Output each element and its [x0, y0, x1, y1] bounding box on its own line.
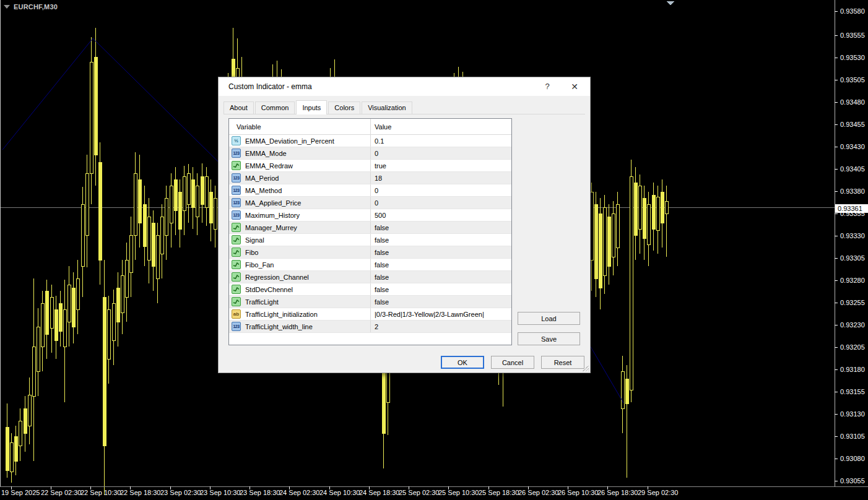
time-axis-label: 24 Sep 18:30 [359, 489, 399, 496]
price-axis-label: 0.93205 [840, 343, 865, 351]
param-row[interactable]: 123MA_Applied_Price0 [229, 197, 511, 209]
param-value[interactable]: false [370, 271, 511, 283]
param-name: Fibo_Fan [245, 261, 274, 269]
param-type-num-icon: 123 [232, 173, 241, 183]
param-value[interactable]: false [370, 222, 511, 233]
price-axis-label: 0.93180 [840, 366, 865, 373]
param-value[interactable]: 0.1 [370, 135, 511, 147]
param-value[interactable]: 0 [370, 147, 511, 159]
time-axis-label: 24 Sep 02:30 [279, 489, 319, 496]
param-name-cell: abTrafficLight_initialization [229, 308, 370, 320]
param-row[interactable]: 123Maximum_History500 [229, 209, 511, 222]
param-name-cell: 123TrafficLight_width_line [229, 321, 370, 332]
param-row[interactable]: 123MA_Period18 [229, 172, 511, 184]
param-type-bool-icon [232, 260, 241, 269]
time-axis-label: 25 Sep 10:30 [438, 489, 479, 496]
time-axis-label: 23 Sep 10:30 [200, 489, 240, 496]
param-name: Regression_Channel [245, 274, 309, 281]
price-axis-label: 0.93255 [840, 299, 865, 306]
param-value[interactable]: true [370, 160, 511, 171]
param-row[interactable]: abTrafficLight_initialization|0/3-Red|1/… [229, 308, 511, 321]
param-value[interactable]: false [370, 283, 511, 295]
symbol-period-label: EURCHF,M30 [4, 3, 58, 11]
param-value[interactable]: false [370, 296, 511, 308]
param-name: StdDevChennel [245, 286, 293, 293]
param-type-num-icon: 123 [232, 210, 241, 220]
param-value[interactable]: false [370, 259, 511, 270]
param-row[interactable]: Fibofalse [229, 246, 511, 259]
param-type-bool-icon [232, 223, 241, 232]
param-row[interactable]: StdDevChennelfalse [229, 283, 511, 296]
param-type-bool-icon [232, 235, 241, 244]
ok-button[interactable]: OK [441, 356, 484, 369]
time-axis-label: 26 Sep 18:30 [597, 489, 638, 496]
load-button[interactable]: Load [518, 312, 580, 325]
param-type-bool-icon [232, 248, 241, 257]
custom-indicator-dialog: Custom Indicator - emma ? ✕ AboutCommonI… [218, 77, 591, 373]
inputs-parameter-table: Variable Value ½EMMA_Deviation_in_Percen… [228, 118, 512, 345]
time-axis[interactable]: 19 Sep 202522 Sep 02:3022 Sep 10:3022 Se… [1, 486, 678, 496]
param-row[interactable]: Fibo_Fanfalse [229, 259, 511, 271]
param-value[interactable]: 2 [370, 321, 511, 332]
dialog-tabbar: AboutCommonInputsColorsVisualization [224, 101, 585, 114]
param-name: Fibo [245, 249, 258, 256]
save-button[interactable]: Save [518, 332, 580, 345]
time-axis-label: 26 Sep 02:30 [518, 489, 558, 496]
time-axis-label: 22 Sep 02:30 [41, 489, 81, 496]
close-button[interactable]: ✕ [564, 77, 585, 96]
param-name: EMMA_Deviation_in_Percent [245, 137, 334, 145]
param-row[interactable]: Manager_Murreyfalse [229, 222, 511, 234]
current-price-tag: 0.93361 [838, 205, 862, 212]
param-row[interactable]: EMMA_Redrawtrue [229, 160, 511, 172]
param-value[interactable]: false [370, 246, 511, 258]
tab-about[interactable]: About [224, 101, 254, 114]
time-axis-label: 29 Sep 02:30 [638, 489, 678, 496]
price-axis-label: 0.93055 [840, 477, 865, 485]
param-type-num-icon: 123 [232, 149, 241, 158]
param-value[interactable]: 0 [370, 184, 511, 196]
chevron-down-icon [4, 5, 10, 9]
dialog-resize-grip[interactable] [583, 365, 589, 371]
param-row[interactable]: 123MA_Method0 [229, 184, 511, 197]
param-name: EMMA_Mode [245, 150, 287, 157]
param-name: TrafficLight_initialization [245, 311, 318, 318]
tab-colors[interactable]: Colors [328, 101, 360, 114]
reset-button[interactable]: Reset [541, 356, 584, 369]
param-name-cell: Signal [229, 234, 370, 246]
param-row[interactable]: Signalfalse [229, 234, 511, 246]
param-name: Manager_Murrey [245, 224, 297, 231]
price-axis-label: 0.93330 [840, 232, 865, 239]
param-row[interactable]: 123TrafficLight_width_line2 [229, 321, 511, 333]
param-name: MA_Applied_Price [245, 199, 302, 207]
param-name: TrafficLight_width_line [245, 323, 313, 330]
param-name-cell: Fibo [229, 246, 370, 258]
tab-visualization[interactable]: Visualization [362, 101, 412, 114]
param-name: TrafficLight [245, 298, 279, 306]
price-axis-label: 0.93530 [840, 54, 865, 61]
param-row[interactable]: ½EMMA_Deviation_in_Percent0.1 [229, 135, 511, 147]
dialog-title: Custom Indicator - emma [219, 82, 312, 91]
param-type-str-icon: ab [232, 309, 241, 319]
tab-inputs[interactable]: Inputs [296, 100, 327, 114]
param-name: Maximum_History [245, 212, 300, 219]
help-button[interactable]: ? [537, 77, 558, 96]
cancel-button[interactable]: Cancel [491, 356, 534, 369]
param-type-num-icon: 123 [232, 198, 241, 207]
price-axis[interactable]: 0.935800.935550.935300.935050.934800.934… [835, 7, 868, 485]
chart-shift-marker-icon[interactable] [667, 1, 674, 6]
param-value[interactable]: 18 [370, 172, 511, 184]
param-value[interactable]: |0/3-Red|1/3-Yellow|2/3-LawnGreen| [370, 308, 511, 320]
param-name-cell: 123MA_Applied_Price [229, 197, 370, 209]
param-row[interactable]: TrafficLightfalse [229, 296, 511, 308]
param-value[interactable]: 0 [370, 197, 511, 209]
param-name-cell: 123EMMA_Mode [229, 147, 370, 159]
param-value[interactable]: false [370, 234, 511, 246]
param-type-num-icon: 123 [232, 322, 241, 331]
param-value[interactable]: 500 [370, 209, 511, 221]
tab-common[interactable]: Common [255, 101, 295, 114]
param-row[interactable]: Regression_Channelfalse [229, 271, 511, 283]
dialog-titlebar[interactable]: Custom Indicator - emma ? ✕ [219, 77, 590, 96]
param-row[interactable]: 123EMMA_Mode0 [229, 147, 511, 160]
time-axis-label: 23 Sep 18:30 [240, 489, 280, 496]
time-axis-label: 25 Sep 02:30 [399, 489, 439, 496]
